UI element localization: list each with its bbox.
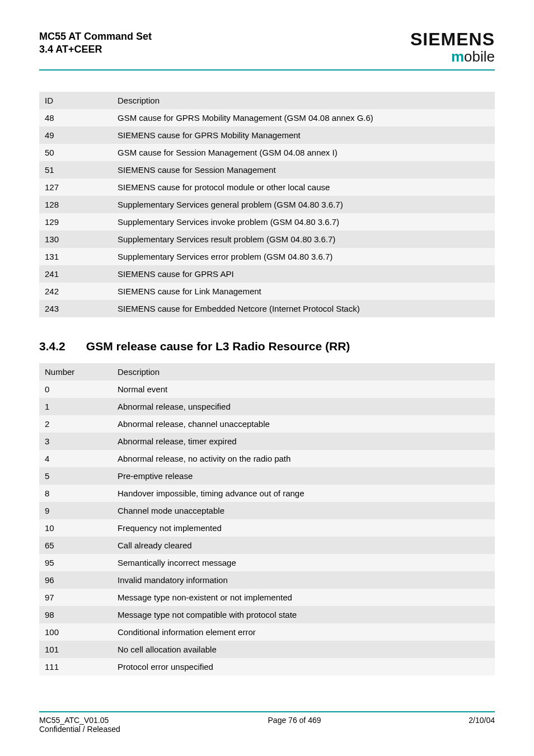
page-header: MC55 AT Command Set 3.4 AT+CEER SIEMENS … [39,30,495,64]
cell-id: 4 [39,450,112,467]
cell-id: 0 [39,381,112,398]
table-row: 97Message type non-existent or not imple… [39,589,495,606]
cell-id: 129 [39,213,112,231]
header-divider [39,69,495,71]
cell-desc: SIEMENS cause for GPRS API [112,265,495,283]
section-number: 3.4.2 [39,340,83,353]
cell-desc: Conditional information element error [112,623,495,641]
cell-id: 51 [39,161,112,179]
cell-desc: GSM cause for Session Management (GSM 04… [112,144,495,161]
doc-title: MC55 AT Command Set [39,30,152,43]
brand-subtext: mobile [410,49,495,64]
table-row: 131Supplementary Services error problem … [39,248,495,265]
cell-id: 101 [39,641,112,658]
cell-desc: Supplementary Services error problem (GS… [112,248,495,265]
section-heading: 3.4.2 GSM release cause for L3 Radio Res… [39,340,495,353]
cell-desc: Channel mode unacceptable [112,502,495,519]
cell-id: 95 [39,554,112,571]
footer-divider [39,711,495,712]
table-id-description: ID Description 48GSM cause for GPRS Mobi… [39,92,495,317]
table-row: 98Message type not compatible with proto… [39,606,495,623]
cell-desc: GSM cause for GPRS Mobility Management (… [112,109,495,126]
cell-desc: Abnormal release, unspecified [112,398,495,415]
cell-id: 242 [39,283,112,300]
table-row: 3Abnormal release, timer expired [39,433,495,450]
table-row: 100Conditional information element error [39,623,495,641]
table-row: 101No cell allocation available [39,641,495,658]
cell-desc: SIEMENS cause for Link Management [112,283,495,300]
table-row: 96Invalid mandatory information [39,571,495,589]
cell-id: 130 [39,231,112,248]
th-id: ID [39,92,112,109]
brand-sub-m: m [451,48,464,65]
cell-id: 5 [39,467,112,485]
table-row: 2Abnormal release, channel unacceptable [39,415,495,433]
cell-id: 48 [39,109,112,126]
table-row: 95Semantically incorrect message [39,554,495,571]
cell-desc: Abnormal release, channel unacceptable [112,415,495,433]
header-right: SIEMENS mobile [410,30,495,64]
th-number: Number [39,363,112,381]
cell-desc: Handover impossible, timing advance out … [112,485,495,502]
table-row: 9Channel mode unacceptable [39,502,495,519]
cell-desc: No cell allocation available [112,641,495,658]
cell-desc: Abnormal release, timer expired [112,433,495,450]
footer-date: 2/10/04 [469,716,495,734]
cell-desc: Protocol error unspecified [112,658,495,675]
cell-id: 1 [39,398,112,415]
cell-id: 243 [39,300,112,317]
table-row: 49SIEMENS cause for GPRS Mobility Manage… [39,126,495,144]
cell-id: 100 [39,623,112,641]
cell-id: 98 [39,606,112,623]
table-row: 242SIEMENS cause for Link Management [39,283,495,300]
table-row: 129Supplementary Services invoke problem… [39,213,495,231]
cell-desc: Invalid mandatory information [112,571,495,589]
cell-id: 10 [39,519,112,537]
cell-id: 9 [39,502,112,519]
th-description: Description [112,92,495,109]
table-number-description: Number Description 0Normal event 1Abnorm… [39,363,495,675]
cell-id: 128 [39,196,112,213]
cell-desc: SIEMENS cause for Session Management [112,161,495,179]
cell-desc: Pre-emptive release [112,467,495,485]
cell-id: 2 [39,415,112,433]
table-row: 51SIEMENS cause for Session Management [39,161,495,179]
table-row: 4Abnormal release, no activity on the ra… [39,450,495,467]
cell-desc: SIEMENS cause for GPRS Mobility Manageme… [112,126,495,144]
cell-desc: Normal event [112,381,495,398]
table-row: 130Supplementary Services result problem… [39,231,495,248]
footer-left: MC55_ATC_V01.05 Confidential / Released [39,716,120,734]
doc-section: 3.4 AT+CEER [39,43,152,56]
cell-desc: Abnormal release, no activity on the rad… [112,450,495,467]
table-row: 5Pre-emptive release [39,467,495,485]
table-row: 0Normal event [39,381,495,398]
cell-desc: Supplementary Services result problem (G… [112,231,495,248]
table-row: 65Call already cleared [39,537,495,554]
cell-desc: SIEMENS cause for Embedded Netcore (Inte… [112,300,495,317]
cell-desc: Frequency not implemented [112,519,495,537]
table-row: 48GSM cause for GPRS Mobility Management… [39,109,495,126]
cell-id: 127 [39,179,112,196]
cell-desc: Message type not compatible with protoco… [112,606,495,623]
th-description: Description [112,363,495,381]
header-left: MC55 AT Command Set 3.4 AT+CEER [39,30,152,57]
cell-desc: SIEMENS cause for protocol module or oth… [112,179,495,196]
table-header-row: Number Description [39,363,495,381]
table-row: 128Supplementary Services general proble… [39,196,495,213]
section-title: GSM release cause for L3 Radio Resource … [86,340,350,353]
table-row: 241SIEMENS cause for GPRS API [39,265,495,283]
brand-logo-text: SIEMENS [410,30,495,48]
footer-confidentiality: Confidential / Released [39,725,120,734]
cell-id: 8 [39,485,112,502]
cell-id: 241 [39,265,112,283]
table-row: 10Frequency not implemented [39,519,495,537]
cell-desc: Call already cleared [112,537,495,554]
cell-desc: Supplementary Services invoke problem (G… [112,213,495,231]
table-row: 243SIEMENS cause for Embedded Netcore (I… [39,300,495,317]
cell-desc: Message type non-existent or not impleme… [112,589,495,606]
table-row: 8Handover impossible, timing advance out… [39,485,495,502]
table-row: 127SIEMENS cause for protocol module or … [39,179,495,196]
cell-id: 65 [39,537,112,554]
table-row: 50GSM cause for Session Management (GSM … [39,144,495,161]
cell-desc: Supplementary Services general problem (… [112,196,495,213]
